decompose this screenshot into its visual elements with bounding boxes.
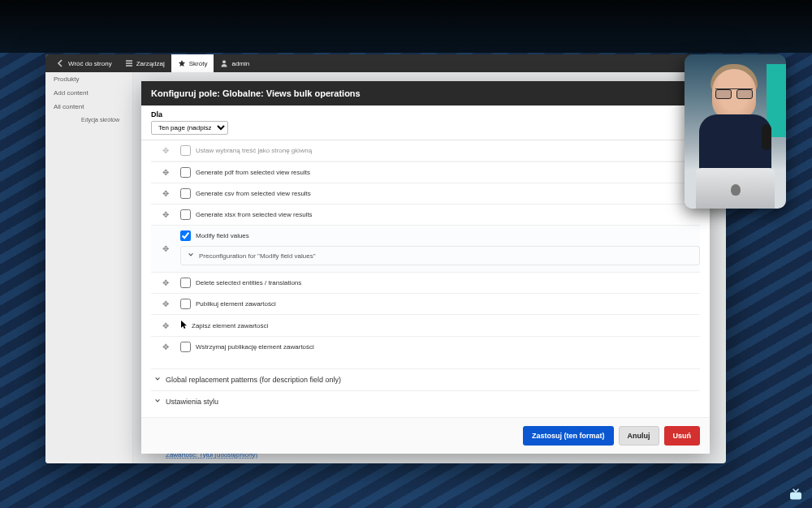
star-icon bbox=[178, 59, 186, 67]
admin-toolbar: Wróć do strony Zarządzaj Skróty admin bbox=[45, 54, 726, 72]
for-label: Dla bbox=[151, 110, 700, 118]
op-checkbox[interactable] bbox=[180, 188, 191, 199]
back-icon bbox=[57, 59, 65, 67]
preconfig-accordion[interactable]: Preconfiguration for "Modify field value… bbox=[180, 246, 700, 265]
config-modal: Konfiguruj pole: Globalne: Views bulk op… bbox=[141, 81, 710, 454]
modal-for-section: Dla Ten page (nadpisz) bbox=[141, 105, 710, 140]
toolbar-user[interactable]: admin bbox=[214, 54, 256, 72]
modal-footer: Zastosuj (ten format) Anuluj Usuń bbox=[141, 417, 710, 454]
op-checkbox[interactable] bbox=[180, 299, 191, 309]
delete-button[interactable]: Usuń bbox=[664, 426, 701, 446]
video-top-bar bbox=[0, 0, 812, 53]
op-checkbox[interactable] bbox=[180, 278, 191, 288]
op-checkbox[interactable] bbox=[180, 230, 191, 241]
browser-window: Wróć do strony Zarządzaj Skróty admin Pr… bbox=[45, 54, 726, 463]
apple-logo-icon bbox=[731, 184, 741, 196]
toolbar-shortcuts-label: Skróty bbox=[189, 60, 208, 67]
drag-handle-icon[interactable]: ✥ bbox=[151, 168, 180, 177]
op-label: Publikuj element zawartości bbox=[196, 300, 276, 308]
op-label: Ustaw wybraną treść jako stronę główną bbox=[196, 147, 312, 154]
tv-icon bbox=[789, 489, 802, 500]
user-icon bbox=[220, 59, 228, 67]
toolbar-manage-label: Zarządzaj bbox=[136, 60, 165, 67]
presenter-webcam bbox=[685, 54, 786, 209]
svg-point-0 bbox=[222, 60, 226, 63]
op-checkbox[interactable] bbox=[180, 342, 191, 352]
chevron-down-icon bbox=[154, 398, 161, 406]
op-label: Generate xlsx from selected view results bbox=[196, 211, 313, 218]
drag-handle-icon[interactable]: ✥ bbox=[151, 244, 180, 253]
op-label: Modify field values bbox=[196, 232, 249, 239]
op-checkbox[interactable] bbox=[180, 209, 191, 220]
modal-title: Konfiguruj pole: Globalne: Views bulk op… bbox=[151, 88, 361, 98]
drag-handle-icon[interactable]: ✥ bbox=[151, 299, 180, 308]
accordion-label: Ustawienia stylu bbox=[166, 398, 218, 406]
laptop-back bbox=[696, 168, 775, 209]
drag-handle-icon[interactable]: ✥ bbox=[151, 210, 180, 219]
drag-handle-icon[interactable]: ✥ bbox=[151, 146, 180, 155]
toolbar-back[interactable]: Wróć do strony bbox=[50, 54, 119, 72]
op-checkbox[interactable] bbox=[180, 145, 191, 156]
op-label: Delete selected entities / translations bbox=[196, 279, 301, 286]
svg-rect-1 bbox=[790, 493, 801, 500]
glasses-icon bbox=[715, 88, 753, 98]
accordion-style[interactable]: Ustawienia stylu bbox=[151, 390, 700, 412]
drag-handle-icon[interactable]: ✥ bbox=[151, 189, 180, 198]
op-checkbox[interactable] bbox=[180, 167, 191, 178]
modal-header: Konfiguruj pole: Globalne: Views bulk op… bbox=[141, 81, 710, 105]
accordion-label: Global replacement patterns (for descrip… bbox=[166, 376, 341, 384]
hamburger-icon bbox=[125, 59, 133, 67]
toolbar-shortcuts[interactable]: Skróty bbox=[171, 54, 214, 72]
mic-icon bbox=[762, 124, 771, 150]
op-label: Generate csv from selected view results bbox=[196, 190, 311, 197]
op-label: Wstrzymaj publikację element zawartości bbox=[196, 343, 314, 351]
toolbar-manage[interactable]: Zarządzaj bbox=[119, 54, 171, 72]
preconfig-label: Preconfiguration for "Modify field value… bbox=[199, 252, 316, 260]
toolbar-user-label: admin bbox=[231, 60, 249, 67]
op-label: Zapisz element zawartości bbox=[192, 322, 268, 329]
cancel-button[interactable]: Anuluj bbox=[619, 426, 659, 446]
presenter-body bbox=[699, 114, 771, 171]
drag-handle-icon[interactable]: ✥ bbox=[151, 342, 180, 351]
chevron-down-icon bbox=[154, 376, 161, 384]
drag-handle-icon[interactable]: ✥ bbox=[151, 278, 180, 287]
accordion-global-patterns[interactable]: Global replacement patterns (for descrip… bbox=[151, 368, 700, 390]
chevron-down-icon bbox=[188, 252, 194, 260]
op-label: Generate pdf from selected view results bbox=[196, 169, 310, 176]
cursor-icon bbox=[180, 320, 188, 331]
operations-list: ✥ Ustaw wybraną treść jako stronę główną… bbox=[141, 140, 710, 417]
drag-handle-icon[interactable]: ✥ bbox=[151, 321, 180, 330]
apply-button[interactable]: Zastosuj (ten format) bbox=[523, 426, 614, 446]
for-select[interactable]: Ten page (nadpisz) bbox=[151, 121, 228, 135]
toolbar-back-label: Wróć do strony bbox=[68, 60, 112, 67]
